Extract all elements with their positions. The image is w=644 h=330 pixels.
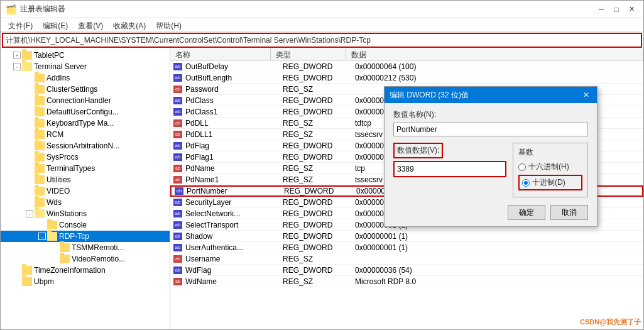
- tree-item-clustersettings[interactable]: ClusterSettings: [1, 84, 170, 95]
- dword-icon: ab: [173, 96, 183, 105]
- reg-name: SecurityLayer: [185, 198, 283, 207]
- name-input[interactable]: [393, 123, 588, 136]
- col-header-name: 名称: [170, 48, 271, 60]
- sz-icon: ab: [173, 164, 183, 173]
- tree-item-rdptcp[interactable]: - RDP-Tcp: [1, 231, 170, 242]
- menu-help[interactable]: 帮助(H): [151, 19, 187, 30]
- dialog-body: 数值名称(N): 数值数据(V): 基数: [385, 103, 597, 226]
- reg-name: WdName: [185, 277, 283, 286]
- tree-item-terminal-server[interactable]: - Terminal Server: [1, 61, 170, 72]
- reg-name: Username: [185, 255, 283, 263]
- tree-item-videoremote[interactable]: VideoRemotio...: [1, 253, 170, 265]
- menu-favorites[interactable]: 收藏夹(A): [108, 19, 151, 30]
- expand-icon-rdptcp[interactable]: -: [38, 233, 46, 240]
- reg-type: REG_DWORD: [283, 243, 355, 252]
- tree-item-wds[interactable]: Wds: [1, 197, 170, 208]
- reg-name: PdFlag1: [185, 153, 283, 162]
- table-row[interactable]: ab OutBufDelay REG_DWORD 0x00000064 (100…: [170, 61, 643, 72]
- reg-type: REG_DWORD: [283, 107, 355, 116]
- tree-item-keyboardtype[interactable]: KeyboardType Ma...: [1, 118, 170, 129]
- reg-type: REG_SZ: [283, 277, 355, 286]
- tree-item-sysprocs[interactable]: SysProcs: [1, 151, 170, 163]
- reg-name: OutBufDelay: [185, 62, 283, 71]
- reg-name: PdDLL1: [185, 130, 283, 139]
- tree-item-timezone[interactable]: TimeZoneInformation: [1, 265, 170, 276]
- reg-name: WdFlag: [185, 266, 283, 275]
- maximize-button[interactable]: □: [609, 4, 623, 15]
- expand-icon-winstations[interactable]: -: [26, 210, 33, 217]
- value-input-wrapper: [393, 161, 506, 177]
- tree-label-tsmmremote: TSMMRemoti...: [72, 243, 124, 252]
- address-text: 计算机\HKEY_LOCAL_MACHINE\SYSTEM\CurrentCon…: [6, 35, 371, 46]
- folder-icon-terminaltypes: [35, 164, 45, 173]
- decimal-radio-item[interactable]: 十进制(D): [518, 175, 582, 190]
- tree-label-ubpm: Ubpm: [34, 277, 54, 286]
- address-bar: 计算机\HKEY_LOCAL_MACHINE\SYSTEM\CurrentCon…: [2, 33, 642, 48]
- hex-label: 十六进制(H): [528, 162, 569, 172]
- dialog-close-button[interactable]: ✕: [581, 89, 592, 101]
- base-title: 基数: [518, 147, 582, 158]
- sz-icon: ab: [173, 277, 183, 286]
- main-content: + TabletPC - Terminal Server AddIns Clus…: [1, 48, 643, 329]
- tree-panel[interactable]: + TabletPC - Terminal Server AddIns Clus…: [1, 48, 170, 329]
- ok-button[interactable]: 确定: [508, 205, 545, 220]
- value-input[interactable]: [395, 162, 505, 176]
- close-button[interactable]: ✕: [625, 4, 638, 15]
- table-row[interactable]: ab Username REG_SZ: [170, 253, 643, 265]
- tree-item-console[interactable]: Console: [1, 219, 170, 231]
- reg-name: PdName: [185, 164, 283, 173]
- reg-type: REG_DWORD: [283, 96, 355, 105]
- menu-file[interactable]: 文件(F): [3, 19, 38, 30]
- tree-item-defaultuserconfig[interactable]: DefaultUserConfigu...: [1, 106, 170, 118]
- folder-icon-wds: [35, 198, 45, 207]
- dword-icon: ab: [173, 221, 183, 229]
- cancel-button[interactable]: 取消: [550, 205, 588, 220]
- table-row[interactable]: ab WdFlag REG_DWORD 0x00000036 (54): [170, 265, 643, 276]
- tree-item-addins[interactable]: AddIns: [1, 72, 170, 84]
- table-row[interactable]: ab Shadow REG_DWORD 0x00000001 (1): [170, 231, 643, 242]
- tree-label-addins: AddIns: [46, 74, 70, 82]
- reg-type: REG_DWORD: [283, 141, 355, 150]
- folder-icon-winstations: [35, 209, 45, 218]
- table-row[interactable]: ab WdName REG_SZ Microsoft RDP 8.0: [170, 276, 643, 287]
- tree-item-rcm[interactable]: RCM: [1, 129, 170, 140]
- tree-item-tsmmremote[interactable]: TSMMRemoti...: [1, 242, 170, 253]
- title-bar: 🗂️ 注册表编辑器 ─ □ ✕: [1, 1, 643, 18]
- menu-view[interactable]: 查看(V): [73, 19, 108, 30]
- reg-type-portnumber: REG_DWORD: [284, 187, 356, 195]
- tree-item-tabletpc[interactable]: + TabletPC: [1, 50, 170, 61]
- menu-edit[interactable]: 编辑(E): [38, 19, 73, 30]
- dialog-title-bar: 编辑 DWORD (32 位)值 ✕: [385, 87, 597, 103]
- expand-icon-terminal-server[interactable]: -: [13, 63, 21, 70]
- tree-item-utilities[interactable]: Utilities: [1, 174, 170, 185]
- tree-label-winstations: WinStations: [46, 209, 87, 218]
- tree-item-terminaltypes[interactable]: TerminalTypes: [1, 163, 170, 174]
- tree-label-clustersettings: ClusterSettings: [46, 85, 97, 94]
- reg-type: REG_SZ: [283, 130, 355, 139]
- decimal-radio[interactable]: [522, 179, 530, 187]
- reg-data: 0x00000001 (1): [355, 232, 643, 241]
- reg-name: OutBufLength: [185, 74, 283, 82]
- reg-name: SelectTransport: [185, 221, 283, 229]
- tree-item-winstations[interactable]: - WinStations: [1, 208, 170, 219]
- reg-data: 0x00000001 (1): [355, 243, 643, 252]
- table-row[interactable]: ab UserAuthentica... REG_DWORD 0x0000000…: [170, 242, 643, 253]
- tree-item-ubpm[interactable]: Ubpm: [1, 276, 170, 287]
- table-row[interactable]: ab OutBufLength REG_DWORD 0x00000212 (53…: [170, 72, 643, 84]
- reg-name: PdName1: [185, 175, 283, 184]
- reg-name: Shadow: [185, 232, 283, 241]
- hex-radio[interactable]: [518, 163, 526, 171]
- sz-icon: ab: [173, 175, 183, 184]
- right-panel: 名称 类型 数据 ab OutBufDelay REG_DWORD 0x0000…: [170, 48, 643, 329]
- dword-icon: ab: [173, 74, 183, 82]
- tree-item-connectionhandler[interactable]: ConnectionHandler: [1, 95, 170, 106]
- tree-label-utilities: Utilities: [46, 175, 71, 184]
- expand-icon-tabletpc[interactable]: +: [13, 52, 21, 59]
- col-header-data: 数据: [346, 48, 643, 60]
- reg-type: REG_SZ: [283, 85, 355, 94]
- reg-type: REG_DWORD: [283, 209, 355, 218]
- minimize-button[interactable]: ─: [594, 4, 608, 15]
- tree-item-video[interactable]: VIDEO: [1, 185, 170, 197]
- tree-item-sessionarbitration[interactable]: SessionArbitrationN...: [1, 140, 170, 151]
- hex-radio-item[interactable]: 十六进制(H): [518, 162, 582, 172]
